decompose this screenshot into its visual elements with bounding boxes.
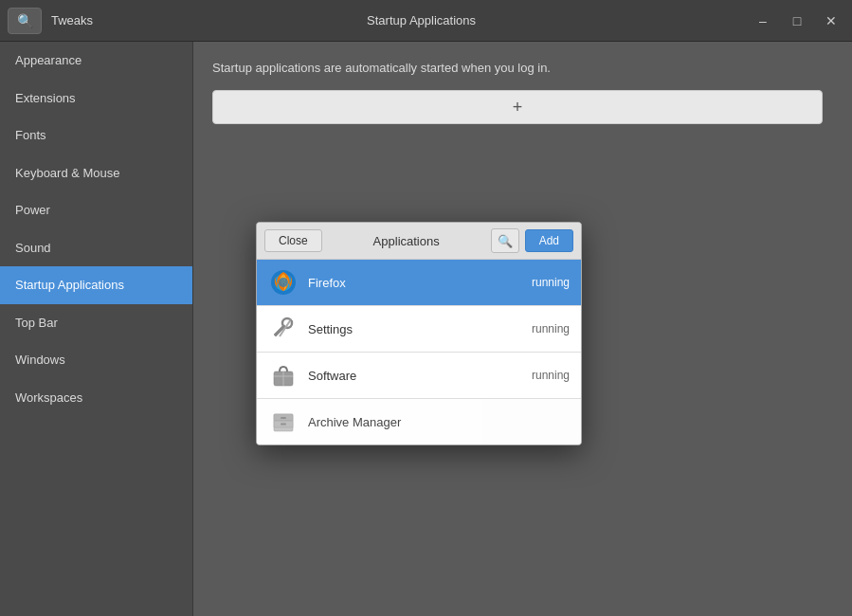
window-title: Startup Applications <box>93 13 750 27</box>
close-button[interactable]: ✕ <box>818 8 844 34</box>
window-controls: – □ ✕ <box>750 8 844 34</box>
sidebar-item-appearance[interactable]: Appearance <box>0 42 192 80</box>
archive-manager-icon <box>268 407 299 437</box>
firefox-icon <box>268 267 299 298</box>
list-item[interactable]: Settings running <box>257 306 581 353</box>
search-icon: 🔍 <box>498 234 513 248</box>
popup-add-button[interactable]: Add <box>525 229 573 252</box>
list-item[interactable]: Archive Manager <box>257 399 581 444</box>
list-item[interactable]: Firefox running <box>257 260 581 306</box>
search-icon: 🔍 <box>17 13 33 28</box>
popup-close-button[interactable]: Close <box>264 229 322 252</box>
sidebar-item-workspaces[interactable]: Workspaces <box>0 379 192 417</box>
app-name: Settings <box>308 322 532 336</box>
content-panel: Startup applications are automatically s… <box>193 42 852 616</box>
titlebar: 🔍 Tweaks Startup Applications – □ ✕ <box>0 0 852 42</box>
add-application-button[interactable]: + <box>212 90 823 124</box>
svg-rect-13 <box>281 424 286 426</box>
app-status: running <box>532 369 570 382</box>
sidebar: Appearance Extensions Fonts Keyboard & M… <box>0 42 193 616</box>
sidebar-item-power[interactable]: Power <box>0 191 192 229</box>
app-name: Firefox <box>308 276 532 290</box>
app-status: running <box>532 276 570 289</box>
applications-dialog: Close Applications 🔍 Add <box>256 222 582 445</box>
search-button[interactable]: 🔍 <box>8 8 42 34</box>
sidebar-item-startup-applications[interactable]: Startup Applications <box>0 266 192 304</box>
popup-search-button[interactable]: 🔍 <box>491 228 519 253</box>
sidebar-item-extensions[interactable]: Extensions <box>0 80 192 118</box>
minimize-button[interactable]: – <box>750 8 776 34</box>
main-area: Appearance Extensions Fonts Keyboard & M… <box>0 42 852 616</box>
settings-icon <box>268 314 299 344</box>
software-icon <box>268 360 299 390</box>
sidebar-item-keyboard-mouse[interactable]: Keyboard & Mouse <box>0 154 192 192</box>
maximize-button[interactable]: □ <box>784 8 810 34</box>
sidebar-item-top-bar[interactable]: Top Bar <box>0 304 192 342</box>
svg-point-2 <box>279 278 288 287</box>
app-name: Archive Manager <box>308 415 570 429</box>
list-item[interactable]: Software running <box>257 353 581 399</box>
sidebar-item-fonts[interactable]: Fonts <box>0 117 192 154</box>
app-name: Tweaks <box>51 13 93 27</box>
app-status: running <box>532 322 570 335</box>
sidebar-item-windows[interactable]: Windows <box>0 341 192 379</box>
svg-rect-12 <box>281 417 286 419</box>
app-name: Software <box>308 369 532 383</box>
sidebar-item-sound[interactable]: Sound <box>0 229 192 267</box>
description-text: Startup applications are automatically s… <box>212 61 833 75</box>
popup-toolbar: Close Applications 🔍 Add <box>257 223 581 260</box>
popup-title: Applications <box>328 234 485 248</box>
app-list: Firefox running <box>257 260 581 444</box>
